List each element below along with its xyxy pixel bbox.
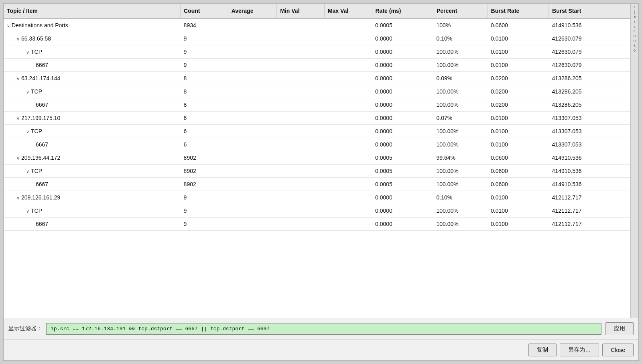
table-row[interactable]: ∨ 209.196.44.17289020.000599.64%0.060041… bbox=[4, 151, 630, 165]
table-row[interactable]: ∨ TCP80.0000100.00%0.0200413286.205 bbox=[4, 85, 630, 98]
table-row[interactable]: ∨ 217.199.175.1060.00000.07%0.0100413307… bbox=[4, 112, 630, 125]
chevron-icon[interactable]: ∨ bbox=[16, 156, 20, 161]
cell-percent: 0.10% bbox=[433, 191, 488, 204]
close-button[interactable]: Close bbox=[602, 344, 634, 356]
table-row[interactable]: ∨ TCP90.0000100.00%0.0100412112.717 bbox=[4, 204, 630, 218]
col-average[interactable]: Average bbox=[228, 4, 277, 18]
cell-rate: 0.0000 bbox=[372, 98, 433, 112]
chevron-icon[interactable]: ∨ bbox=[26, 50, 29, 55]
chevron-icon[interactable]: ∨ bbox=[26, 169, 29, 174]
table-row[interactable]: ∨ 63.241.174.14480.00000.09%0.0200413286… bbox=[4, 72, 630, 85]
table-row[interactable]: 666790.0000100.00%0.0100412630.079 bbox=[4, 59, 630, 72]
cell-label: 6667 bbox=[4, 98, 181, 112]
table-row[interactable]: 666760.0000100.00%0.0100413307.053 bbox=[4, 138, 630, 151]
cell-max-val bbox=[324, 18, 372, 32]
table-row[interactable]: ∨ TCP60.0000100.00%0.0100413307.053 bbox=[4, 125, 630, 138]
col-count[interactable]: Count bbox=[181, 4, 228, 18]
cell-max-val bbox=[324, 59, 372, 72]
right-scrollbar[interactable]: 4 ) -6 r r 4 0 0 5 0 bbox=[630, 4, 638, 318]
chevron-icon[interactable]: ∨ bbox=[7, 23, 10, 28]
cell-burst-rate: 0.0100 bbox=[488, 218, 549, 231]
cell-burst-start: 412112.717 bbox=[549, 218, 630, 231]
cell-min-val bbox=[277, 165, 325, 178]
cell-average bbox=[228, 191, 277, 204]
col-burst-start[interactable]: Burst Start bbox=[549, 4, 630, 18]
cell-label: 6667 bbox=[4, 138, 181, 151]
cell-count: 8902 bbox=[181, 151, 228, 165]
chevron-icon[interactable]: ∨ bbox=[16, 37, 20, 42]
cell-min-val bbox=[277, 125, 325, 138]
col-burst-rate[interactable]: Burst Rate bbox=[488, 4, 549, 18]
cell-max-val bbox=[324, 191, 372, 204]
cell-count: 9 bbox=[181, 204, 228, 218]
cell-max-val bbox=[324, 125, 372, 138]
table-row[interactable]: ∨ Destinations and Ports89340.0005100%0.… bbox=[4, 18, 630, 32]
cell-rate: 0.0000 bbox=[372, 191, 433, 204]
cell-min-val bbox=[277, 112, 325, 125]
col-rate[interactable]: Rate (ms) bbox=[372, 4, 433, 18]
chevron-icon[interactable]: ∨ bbox=[16, 195, 20, 201]
cell-max-val bbox=[324, 178, 372, 191]
cell-count: 8902 bbox=[181, 165, 228, 178]
table-row[interactable]: 666789020.0005100.00%0.0600414910.536 bbox=[4, 178, 630, 191]
cell-label: 6667 bbox=[4, 59, 181, 72]
cell-min-val bbox=[277, 18, 325, 32]
chevron-icon[interactable]: ∨ bbox=[26, 209, 29, 214]
cell-max-val bbox=[324, 112, 372, 125]
chevron-icon[interactable]: ∨ bbox=[26, 89, 29, 95]
cell-count: 6 bbox=[181, 138, 228, 151]
cell-rate: 0.0005 bbox=[372, 151, 433, 165]
table-row[interactable]: ∨ 66.33.65.5890.00000.10%0.0100412630.07… bbox=[4, 32, 630, 45]
cell-average bbox=[228, 204, 277, 218]
cell-average bbox=[228, 178, 277, 191]
cell-label: ∨ Destinations and Ports bbox=[4, 18, 181, 32]
table-row[interactable]: ∨ 209.126.161.2990.00000.10%0.0100412112… bbox=[4, 191, 630, 204]
table-row[interactable]: ∨ TCP90.0000100.00%0.0100412630.079 bbox=[4, 45, 630, 59]
table-row[interactable]: ∨ TCP89020.0005100.00%0.0600414910.536 bbox=[4, 165, 630, 178]
cell-rate: 0.0000 bbox=[372, 125, 433, 138]
cell-label: ∨ 63.241.174.144 bbox=[4, 72, 181, 85]
col-topic[interactable]: Topic / Item bbox=[4, 4, 181, 18]
cell-label: ∨ TCP bbox=[4, 45, 181, 59]
table-row[interactable]: 666790.0000100.00%0.0100412112.717 bbox=[4, 218, 630, 231]
cell-average bbox=[228, 151, 277, 165]
cell-burst-rate: 0.0100 bbox=[488, 59, 549, 72]
cell-min-val bbox=[277, 218, 325, 231]
cell-burst-start: 412630.079 bbox=[549, 45, 630, 59]
cell-count: 9 bbox=[181, 59, 228, 72]
cell-burst-rate: 0.0100 bbox=[488, 204, 549, 218]
chevron-icon[interactable]: ∨ bbox=[16, 76, 20, 81]
cell-burst-start: 414910.536 bbox=[549, 165, 630, 178]
chevron-icon[interactable]: ∨ bbox=[16, 116, 20, 121]
cell-min-val bbox=[277, 98, 325, 112]
save-as-button[interactable]: 另存为… bbox=[560, 344, 599, 356]
cell-label: ∨ TCP bbox=[4, 125, 181, 138]
cell-max-val bbox=[324, 138, 372, 151]
apply-button[interactable]: 应用 bbox=[605, 322, 634, 335]
copy-button[interactable]: 复制 bbox=[528, 344, 557, 356]
cell-count: 6 bbox=[181, 112, 228, 125]
cell-average bbox=[228, 18, 277, 32]
col-percent[interactable]: Percent bbox=[433, 4, 488, 18]
cell-label: ∨ 217.199.175.10 bbox=[4, 112, 181, 125]
filter-input[interactable] bbox=[46, 323, 601, 335]
cell-percent: 100.00% bbox=[433, 204, 488, 218]
cell-max-val bbox=[324, 32, 372, 45]
cell-label: ∨ 66.33.65.58 bbox=[4, 32, 181, 45]
cell-percent: 100.00% bbox=[433, 45, 488, 59]
cell-rate: 0.0000 bbox=[372, 72, 433, 85]
cell-min-val bbox=[277, 178, 325, 191]
col-max-val[interactable]: Max Val bbox=[324, 4, 372, 18]
cell-min-val bbox=[277, 45, 325, 59]
cell-rate: 0.0005 bbox=[372, 18, 433, 32]
cell-burst-rate: 0.0600 bbox=[488, 165, 549, 178]
table-row[interactable]: 666780.0000100.00%0.0200413286.205 bbox=[4, 98, 630, 112]
cell-max-val bbox=[324, 218, 372, 231]
chevron-icon[interactable]: ∨ bbox=[26, 129, 29, 134]
cell-label: 6667 bbox=[4, 218, 181, 231]
cell-percent: 100.00% bbox=[433, 138, 488, 151]
cell-percent: 0.10% bbox=[433, 32, 488, 45]
cell-burst-start: 414910.536 bbox=[549, 18, 630, 32]
cell-label: ∨ TCP bbox=[4, 204, 181, 218]
col-min-val[interactable]: Min Val bbox=[277, 4, 325, 18]
